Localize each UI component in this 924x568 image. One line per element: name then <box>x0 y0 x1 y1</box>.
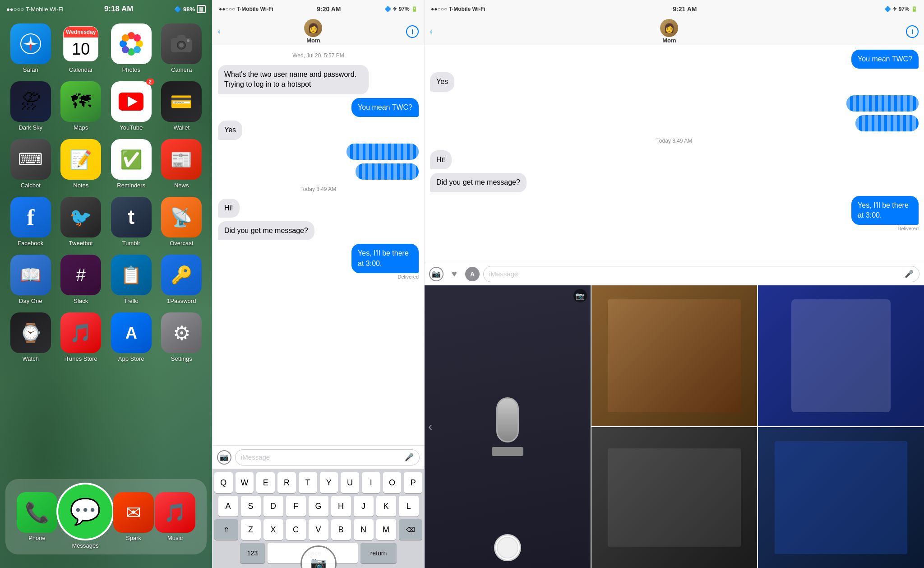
dock-phone[interactable]: 📞 Phone <box>17 492 57 541</box>
camera-button-panel2[interactable]: 📷 <box>217 450 231 465</box>
app-watch[interactable]: ⌚ Watch <box>7 312 54 362</box>
app-tweetbot[interactable]: 🐦 Tweetbot <box>58 197 105 247</box>
key-a[interactable]: A <box>218 496 238 517</box>
app-maps[interactable]: 🗺 Maps <box>58 81 105 131</box>
camera-button-panel3[interactable]: 📷 <box>429 267 444 281</box>
shutter-button[interactable] <box>494 534 521 561</box>
app-slack[interactable]: # Slack <box>58 255 105 304</box>
camera-overlay-icon: 📷 <box>573 289 587 303</box>
bubble-p3-blurred-1 <box>846 95 919 112</box>
bubble-p3-getmsg: Did you get me message? <box>430 173 527 192</box>
app-facebook[interactable]: f Facebook <box>7 197 54 247</box>
back-button-panel3[interactable]: ‹ <box>430 27 433 36</box>
key-k[interactable]: K <box>376 496 396 517</box>
bubble-received-hi: Hi! <box>218 199 240 218</box>
delivered-status: Delivered <box>398 274 419 279</box>
input-bar-panel3: 📷 ♥ A iMessage 🎤 <box>425 262 924 285</box>
key-m[interactable]: M <box>376 519 396 540</box>
app-trello[interactable]: 📋 Trello <box>108 255 155 304</box>
key-u[interactable]: U <box>341 472 359 493</box>
slack-label: Slack <box>74 298 88 304</box>
key-r[interactable]: R <box>277 472 296 493</box>
app-camera[interactable]: Camera <box>158 23 205 73</box>
app-appstore[interactable]: A App Store <box>108 312 155 362</box>
key-l[interactable]: L <box>399 496 419 517</box>
photo-cell-1[interactable] <box>591 285 758 426</box>
key-y[interactable]: Y <box>320 472 338 493</box>
app-1password[interactable]: 🔑 1Password <box>158 255 205 304</box>
bubble-p3-twc: You mean TWC? <box>851 50 919 69</box>
maps-label: Maps <box>74 124 88 131</box>
heart-button-panel3[interactable]: ♥ <box>447 267 462 281</box>
calendar-label: Calendar <box>69 66 93 73</box>
tweetbot-label: Tweetbot <box>69 240 93 247</box>
key-t[interactable]: T <box>299 472 317 493</box>
tumblr-label: Tumblr <box>122 240 140 247</box>
key-shift[interactable]: ⇧ <box>214 519 238 540</box>
key-i[interactable]: I <box>362 472 380 493</box>
key-b[interactable]: B <box>331 519 351 540</box>
dock-music[interactable]: 🎵 Music <box>155 492 195 541</box>
apps-button-panel3[interactable]: A <box>465 267 480 281</box>
info-button-panel3[interactable]: i <box>906 25 919 38</box>
key-o[interactable]: O <box>383 472 402 493</box>
msg-row-received-2: Yes <box>218 121 419 140</box>
app-calendar[interactable]: Wednesday 10 Calendar <box>58 23 105 73</box>
key-123[interactable]: 123 <box>240 543 265 563</box>
app-safari[interactable]: Safari <box>7 23 54 73</box>
key-p[interactable]: P <box>404 472 422 493</box>
key-return[interactable]: return <box>360 543 397 563</box>
key-v[interactable]: V <box>309 519 328 540</box>
app-darksky[interactable]: ⛈ Dark Sky <box>7 81 54 131</box>
key-delete[interactable]: ⌫ <box>399 519 423 540</box>
contact-header-panel3[interactable]: 👩 Mom <box>660 19 678 44</box>
key-n[interactable]: N <box>354 519 374 540</box>
youtube-label: YouTube <box>120 124 143 131</box>
dock-messages[interactable]: 💬 Messages <box>58 484 112 549</box>
dock-spark[interactable]: ✉ Spark <box>113 492 154 541</box>
bubble-p3-blurred-2 <box>855 115 919 131</box>
key-j[interactable]: J <box>354 496 374 517</box>
app-news[interactable]: 📰 News <box>158 139 205 189</box>
key-z[interactable]: Z <box>241 519 261 540</box>
key-w[interactable]: W <box>236 472 254 493</box>
news-label: News <box>174 182 189 189</box>
photo-cell-4[interactable] <box>758 427 924 568</box>
photo-picker-area[interactable]: 📷 ‹ <box>425 285 924 568</box>
key-c[interactable]: C <box>286 519 306 540</box>
back-button-panel2[interactable]: ‹ <box>218 27 221 36</box>
status-bar-panel1: ●●○○○ T-Mobile Wi-Fi 9:18 AM 🔷 98% ▓ <box>0 0 212 18</box>
carrier-panel3: ●●○○○ T-Mobile Wi-Fi <box>431 6 485 12</box>
photo-cell-3[interactable] <box>591 427 758 568</box>
photo-cell-2[interactable] <box>758 285 924 426</box>
imessage-input-panel2[interactable]: iMessage 🎤 <box>235 449 420 466</box>
key-h[interactable]: H <box>331 496 351 517</box>
contact-header-panel2[interactable]: 👩 Mom <box>304 19 322 44</box>
photo-picker-back-arrow[interactable]: ‹ <box>428 419 432 434</box>
key-d[interactable]: D <box>263 496 283 517</box>
app-grid: Safari Wednesday 10 Calendar <box>0 18 212 368</box>
key-q[interactable]: Q <box>214 472 233 493</box>
app-youtube[interactable]: 2 YouTube <box>108 81 155 131</box>
key-f[interactable]: F <box>286 496 306 517</box>
app-notes[interactable]: 📝 Notes <box>58 139 105 189</box>
app-itunes[interactable]: 🎵 iTunes Store <box>58 312 105 362</box>
app-overcast[interactable]: 📡 Overcast <box>158 197 205 247</box>
app-tumblr[interactable]: t Tumblr <box>108 197 155 247</box>
key-s[interactable]: S <box>241 496 261 517</box>
info-button-panel2[interactable]: i <box>406 25 419 38</box>
app-settings[interactable]: ⚙ Settings <box>158 312 205 362</box>
imessage-input-panel3[interactable]: iMessage 🎤 <box>483 266 919 282</box>
app-reminders[interactable]: ✅ Reminders <box>108 139 155 189</box>
mic-icon-panel2: 🎤 <box>405 453 414 461</box>
input-placeholder-panel2: iMessage <box>241 453 270 461</box>
key-g[interactable]: G <box>309 496 328 517</box>
app-wallet[interactable]: 💳 Wallet <box>158 81 205 131</box>
key-x[interactable]: X <box>263 519 283 540</box>
app-photos[interactable]: Photos <box>108 23 155 73</box>
app-calcbot[interactable]: ⌨ Calcbot <box>7 139 54 189</box>
bubble-received-msg: Did you get me message? <box>218 221 314 240</box>
app-dayone[interactable]: 📖 Day One <box>7 255 54 304</box>
key-e[interactable]: E <box>256 472 275 493</box>
photo-cell-camera[interactable]: 📷 <box>425 285 591 568</box>
